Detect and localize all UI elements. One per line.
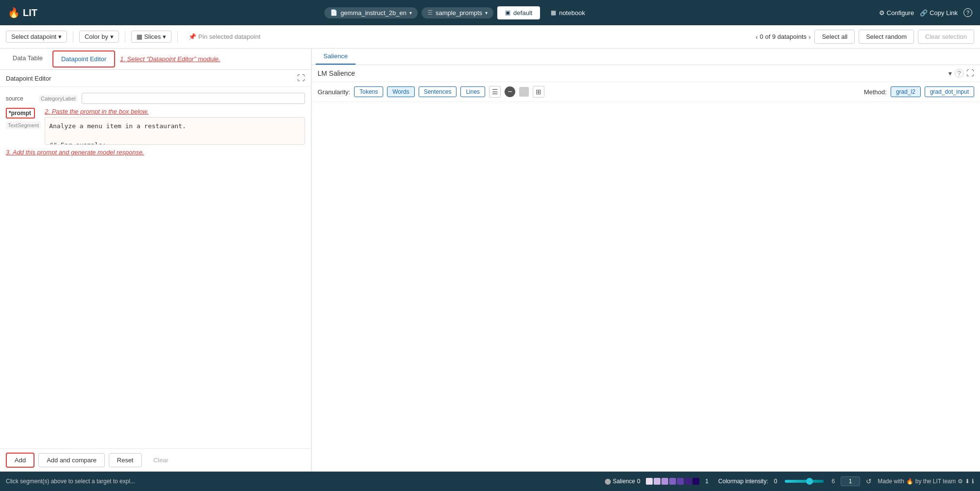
slices-chevron: ▾ (163, 33, 166, 40)
datapoint-count: 0 of 9 datapoints (760, 33, 807, 40)
info-btn[interactable]: ? (955, 69, 963, 78)
num-input[interactable] (841, 476, 860, 486)
prompt-field-row: *prompt TextSegment 2. Paste the prompt … (6, 108, 305, 145)
dropdown-btn[interactable]: ▾ (948, 69, 952, 77)
editor-content: source CategoryLabel *prompt TextSegment… (0, 87, 311, 448)
help-btn[interactable]: ? (963, 8, 972, 17)
info-status-icon[interactable]: ℹ (972, 478, 974, 485)
configure-btn[interactable]: ⚙ Configure (879, 9, 914, 17)
colormap-start: 0 (774, 478, 777, 485)
model-chevron (409, 10, 412, 16)
editor-title: Datapoint Editor (6, 75, 51, 82)
app-header: 🔥 LIT 📄 gemma_instruct_2b_en ☰ sample_pr… (0, 0, 980, 25)
tab-default-label: default (513, 9, 532, 17)
add-button[interactable]: Add (6, 453, 34, 468)
method-grad-dot-btn[interactable]: grad_dot_input (925, 86, 974, 97)
main-content: Data Table Datapoint Editor 1. Select "D… (0, 49, 980, 472)
clear-button[interactable]: Clear (146, 454, 176, 467)
settings-icon[interactable]: ⚙ (958, 478, 963, 485)
expand-icon[interactable]: ⛶ (297, 74, 305, 83)
method-grad-l2-btn[interactable]: grad_l2 (891, 86, 921, 97)
main-toolbar: Select datapoint ▾ Color by ▾ ▦ Slices ▾… (0, 25, 980, 49)
right-panel: Salience LM Salience ▾ ? ⛶ Granularity: … (312, 49, 980, 472)
salience-text: Salience (613, 478, 635, 485)
select-datapoint-chevron: ▾ (58, 33, 62, 40)
model-selector[interactable]: 📄 gemma_instruct_2b_en (324, 7, 418, 18)
colormap-label: Colormap intensity: (718, 478, 768, 485)
granularity-label: Granularity: (318, 88, 350, 96)
method-label: Method: (864, 88, 887, 96)
select-datapoint-label: Select datapoint (11, 33, 56, 40)
swatch-3 (661, 478, 668, 485)
reset-button[interactable]: Reset (109, 453, 142, 467)
add-compare-button[interactable]: Add and compare (38, 453, 105, 467)
source-input[interactable] (82, 93, 305, 104)
minus-btn[interactable]: − (505, 86, 515, 97)
list-view-btn[interactable]: ☰ (489, 86, 501, 98)
gran-lines-btn[interactable]: Lines (460, 86, 485, 97)
refresh-btn[interactable]: ↺ (866, 477, 872, 485)
source-field-row: source CategoryLabel (6, 93, 305, 104)
dataset-selector[interactable]: ☰ sample_prompts (422, 7, 493, 18)
dataset-chevron (485, 10, 488, 16)
expand-right-icon[interactable]: ⛶ (966, 69, 974, 78)
slices-btn[interactable]: ▦ Slices ▾ (131, 31, 172, 43)
toolbar-right: ‹ 0 of 9 datapoints › Select all Select … (756, 30, 974, 44)
flame-icon: 🔥 (8, 7, 20, 18)
left-panel: Data Table Datapoint Editor 1. Select "D… (0, 49, 311, 472)
gran-tokens-btn[interactable]: Tokens (354, 86, 383, 97)
prompt-textarea[interactable] (45, 117, 305, 145)
source-label: source (6, 95, 35, 102)
flame-small-icon: 🔥 (906, 478, 913, 485)
select-datapoint-btn[interactable]: Select datapoint ▾ (6, 31, 67, 43)
download-icon[interactable]: ⬇ (965, 478, 970, 485)
toggle-btn[interactable] (519, 87, 529, 97)
clear-selection-btn[interactable]: Clear selection (918, 30, 974, 44)
pin-btn[interactable]: 📌 Pin selected datapoint (184, 31, 265, 42)
header-right: ⚙ Configure 🔗 Copy Link ? (879, 8, 972, 17)
gran-sentences-btn[interactable]: Sentences (419, 86, 457, 97)
link-icon: 🔗 (920, 9, 928, 17)
gran-words-btn[interactable]: Words (387, 86, 414, 97)
salience-dot: ⬤ (605, 478, 611, 485)
dataset-name: sample_prompts (436, 9, 482, 17)
pin-icon: 📌 (188, 33, 196, 40)
right-header-left: LM Salience (318, 69, 355, 77)
nav-prev[interactable]: ‹ (756, 33, 758, 41)
step3-annotation: 3. Add this prompt and generate model re… (6, 147, 305, 158)
copy-link-btn[interactable]: 🔗 Copy Link (920, 9, 958, 17)
colormap-slider[interactable] (785, 480, 824, 483)
header-center: 📄 gemma_instruct_2b_en ☰ sample_prompts … (45, 6, 871, 19)
tab-notebook[interactable]: ▦ notebook (544, 7, 592, 18)
tab-salience[interactable]: Salience (316, 49, 355, 65)
color-by-btn[interactable]: Color by ▾ (79, 31, 118, 43)
divider-1 (73, 31, 73, 43)
by-lit-text: by the LIT team (915, 478, 956, 485)
made-with-text: Made with (878, 478, 904, 485)
tab-data-table[interactable]: Data Table (5, 51, 51, 68)
status-bar: Click segment(s) above to select a targe… (0, 472, 980, 491)
tab-default[interactable]: ▣ default (497, 6, 540, 19)
panel-tabs: Data Table Datapoint Editor 1. Select "D… (0, 49, 311, 70)
swatch-5 (677, 478, 684, 485)
gear-icon: ⚙ (879, 9, 885, 17)
color-swatches (646, 478, 699, 485)
model-name: gemma_instruct_2b_en (340, 9, 406, 17)
prompt-input-col: 2. Paste the prompt in the box below. (45, 108, 305, 145)
nav-next[interactable]: › (809, 33, 811, 41)
slider-thumb (806, 478, 813, 485)
step1-annotation: 1. Select "Datapoint Editor" module. (120, 55, 220, 63)
step2-annotation: 2. Paste the prompt in the box below. (45, 108, 305, 115)
prompt-label: *prompt (6, 108, 35, 119)
select-random-btn[interactable]: Select random (859, 30, 914, 44)
right-header-controls: ▾ ? ⛶ (948, 69, 974, 78)
editor-panel-header: Datapoint Editor ⛶ (0, 70, 311, 87)
status-right: Made with 🔥 by the LIT team ⚙ ⬇ ℹ (878, 478, 974, 485)
right-tabs: Salience (312, 49, 980, 65)
swatch-6 (685, 478, 692, 485)
tab-datapoint-editor[interactable]: Datapoint Editor (52, 51, 115, 68)
slices-icon: ▦ (136, 33, 142, 40)
select-all-btn[interactable]: Select all (814, 30, 855, 44)
step1-annotation-container: 1. Select "Datapoint Editor" module. (116, 49, 224, 69)
grid-view-btn[interactable]: ⊞ (533, 86, 544, 98)
